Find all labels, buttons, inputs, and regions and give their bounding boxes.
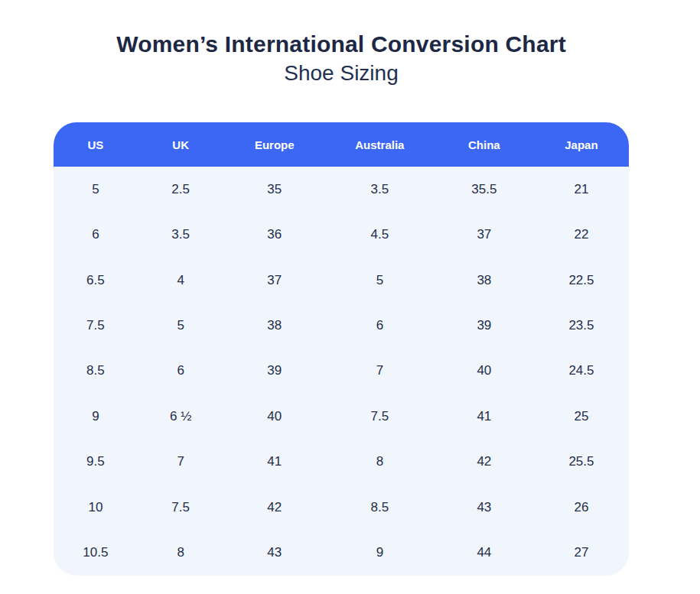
table-row: 96 ½407.54125: [54, 394, 629, 439]
table-cell: 40: [435, 363, 534, 378]
table-cell: 25: [534, 409, 629, 424]
table-row: 107.5428.54326: [54, 485, 629, 530]
table-cell: 10.5: [54, 545, 138, 560]
table-row: 52.5353.535.521: [54, 167, 629, 212]
table-row: 8.563974024.5: [54, 349, 629, 394]
column-header-us: US: [54, 138, 138, 151]
table-cell: 42: [224, 500, 325, 515]
table-cell: 7.5: [54, 318, 138, 333]
table-cell: 37: [435, 227, 534, 242]
table-header-row: USUKEuropeAustraliaChinaJapan: [54, 122, 629, 167]
column-header-uk: UK: [138, 138, 224, 151]
table-row: 7.553863923.5: [54, 303, 629, 348]
table-row: 9.574184225.5: [54, 440, 629, 485]
table-cell: 40: [224, 409, 325, 424]
table-cell: 8.5: [325, 500, 435, 515]
table-row: 6.543753822.5: [54, 258, 629, 303]
page-subtitle: Shoe Sizing: [54, 60, 629, 86]
table-cell: 4: [138, 273, 224, 288]
table-cell: 27: [534, 545, 629, 560]
table-cell: 4.5: [325, 227, 435, 242]
column-header-europe: Europe: [224, 138, 325, 151]
table-cell: 26: [534, 500, 629, 515]
table-cell: 6.5: [54, 273, 138, 288]
table-cell: 35.5: [435, 182, 534, 197]
table-cell: 38: [435, 273, 534, 288]
table-cell: 9: [325, 545, 435, 560]
table-cell: 5: [325, 273, 435, 288]
table-cell: 37: [224, 273, 325, 288]
table-cell: 6: [138, 363, 224, 378]
heading-block: Women’s International Conversion Chart S…: [54, 0, 629, 86]
table-cell: 43: [224, 545, 325, 560]
page-title: Women’s International Conversion Chart: [54, 31, 629, 58]
table-cell: 38: [224, 318, 325, 333]
table-cell: 5: [138, 318, 224, 333]
table-body: 52.5353.535.52163.5364.537226.543753822.…: [54, 167, 629, 576]
table-cell: 22: [534, 227, 629, 242]
table-cell: 9: [54, 409, 138, 424]
table-cell: 2.5: [138, 182, 224, 197]
table-row: 63.5364.53722: [54, 212, 629, 257]
table-cell: 41: [435, 409, 534, 424]
column-header-china: China: [435, 138, 534, 151]
table-cell: 5: [54, 182, 138, 197]
table-cell: 6: [54, 227, 138, 242]
conversion-table: USUKEuropeAustraliaChinaJapan 52.5353.53…: [54, 122, 629, 576]
table-cell: 42: [435, 454, 534, 469]
table-cell: 3.5: [138, 227, 224, 242]
table-cell: 7.5: [325, 409, 435, 424]
table-cell: 24.5: [534, 363, 629, 378]
table-cell: 25.5: [534, 454, 629, 469]
table-cell: 23.5: [534, 318, 629, 333]
table-cell: 36: [224, 227, 325, 242]
table-cell: 10: [54, 500, 138, 515]
table-cell: 8: [138, 545, 224, 560]
table-cell: 6 ½: [138, 409, 224, 424]
table-row: 10.584394427: [54, 531, 629, 576]
page: Women’s International Conversion Chart S…: [0, 0, 700, 594]
table-cell: 7.5: [138, 500, 224, 515]
table-cell: 41: [224, 454, 325, 469]
table-cell: 21: [534, 182, 629, 197]
table-cell: 22.5: [534, 273, 629, 288]
table-cell: 35: [224, 182, 325, 197]
table-cell: 9.5: [54, 454, 138, 469]
table-cell: 6: [325, 318, 435, 333]
table-cell: 39: [224, 363, 325, 378]
table-cell: 8: [325, 454, 435, 469]
table-cell: 43: [435, 500, 534, 515]
table-cell: 3.5: [325, 182, 435, 197]
column-header-australia: Australia: [325, 138, 435, 151]
table-cell: 44: [435, 545, 534, 560]
column-header-japan: Japan: [534, 138, 629, 151]
table-cell: 7: [325, 363, 435, 378]
table-cell: 8.5: [54, 363, 138, 378]
table-cell: 39: [435, 318, 534, 333]
table-cell: 7: [138, 454, 224, 469]
